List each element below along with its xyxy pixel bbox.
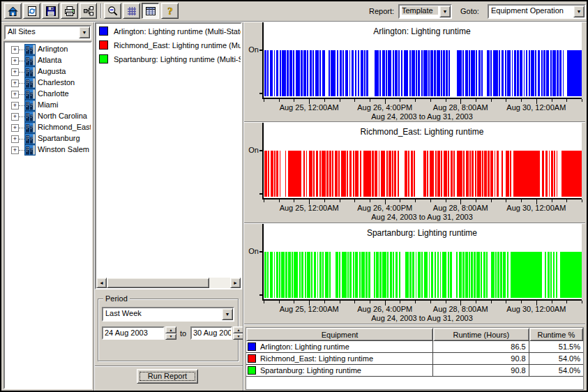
x-tick-label: Aug 30, 12:00AM [506, 204, 566, 212]
tree-expand-icon[interactable]: + [11, 46, 19, 54]
on-interval-bar [288, 252, 291, 298]
on-interval-bar [338, 151, 340, 197]
legend-horizontal-scrollbar[interactable]: ◄ ► [96, 278, 241, 288]
scroll-left-icon[interactable]: ◄ [96, 278, 107, 288]
column-header-runtime-hours-[interactable]: Runtime (Hours) [433, 328, 529, 341]
tree-item-atlanta[interactable]: +Atlanta [5, 55, 91, 66]
table-row[interactable]: Arlington: Lighting runtime86.551.5% [246, 341, 583, 353]
report-combobox-arrow-icon[interactable]: ▼ [439, 6, 451, 17]
on-interval-bar [491, 252, 494, 298]
x-tick [264, 301, 264, 303]
x-tick-label: Aug 26, 4:00PM [357, 305, 412, 313]
on-interval-bar [337, 50, 338, 96]
tree-item-richmond-east[interactable]: +Richmond_East [5, 122, 91, 133]
tree-view-button[interactable] [80, 3, 97, 19]
print-button[interactable] [61, 3, 78, 19]
table-row[interactable]: Richmond_East: Lighting runtime90.854.0% [246, 353, 583, 365]
legend-item[interactable]: Arlington: Lighting runtime (Multi-State… [99, 26, 241, 38]
tree-expand-icon[interactable]: + [11, 135, 19, 143]
x-tick [552, 199, 552, 202]
tree-item-spartanburg[interactable]: +Spartanburg [5, 133, 91, 144]
on-interval-bar [429, 252, 430, 298]
tree-expand-icon[interactable]: + [11, 124, 19, 132]
tree-item-augusta[interactable]: +Augusta [5, 66, 91, 77]
tree-expand-icon[interactable]: + [11, 146, 19, 154]
start-date-field[interactable]: 24 Aug 2003 [102, 326, 165, 340]
on-interval-bar [421, 50, 423, 96]
scrollbar-thumb[interactable] [107, 278, 209, 288]
on-interval-bar [390, 252, 392, 298]
x-tick [582, 99, 582, 102]
equipment-cell: Richmond_East: Lighting runtime [246, 353, 433, 364]
save-button[interactable] [42, 3, 59, 19]
x-tick [354, 301, 355, 303]
run-report-button[interactable]: Run Report [137, 369, 198, 384]
legend-item[interactable]: Spartanburg: Lighting runtime (Multi-Sta [99, 54, 241, 66]
on-interval-bar [267, 252, 269, 298]
tree-expand-icon[interactable]: + [11, 91, 19, 98]
site-filter-combobox[interactable]: All Sites ▼ [4, 25, 91, 40]
on-interval-bar [495, 151, 496, 197]
on-interval-bar [285, 151, 287, 197]
on-interval-bar [474, 252, 475, 298]
end-date-field[interactable]: 30 Aug 2003 [190, 326, 232, 340]
on-interval-bar [331, 50, 336, 96]
on-interval-bar [341, 151, 346, 197]
x-tick [400, 199, 400, 202]
building-icon [24, 111, 36, 122]
on-interval-bar [336, 252, 338, 298]
building-icon [24, 55, 36, 66]
on-interval-bar [469, 151, 471, 197]
tree-connector [19, 61, 24, 61]
help-icon: ? [165, 6, 176, 17]
report-combobox[interactable]: Template ▼ [398, 4, 452, 19]
on-interval-bar [541, 50, 543, 96]
on-interval-bar [457, 151, 462, 197]
tree-item-charlotte[interactable]: +Charlotte [5, 89, 91, 100]
table-row[interactable]: Spartanburg: Lighting runtime90.854.0% [246, 365, 583, 377]
tree-expand-icon[interactable]: + [11, 80, 19, 87]
refresh-button[interactable] [23, 3, 40, 19]
grid-button[interactable] [123, 3, 140, 19]
home-button[interactable] [4, 3, 22, 19]
table-button[interactable] [142, 3, 159, 19]
tree-expand-icon[interactable]: + [11, 68, 19, 76]
on-interval-bar [409, 50, 411, 96]
x-tick [506, 301, 506, 303]
tree-expand-icon[interactable]: + [11, 113, 19, 121]
goto-combobox-arrow-icon[interactable]: ▼ [573, 6, 585, 17]
tree-item-miami[interactable]: +Miami [5, 100, 91, 111]
on-interval-bar [414, 151, 415, 197]
on-interval-bar [443, 50, 445, 96]
x-tick [279, 99, 280, 102]
x-tick-label: Aug 28, 8:00AM [433, 305, 488, 313]
tree-expand-icon[interactable]: + [11, 102, 19, 110]
on-interval-bar [374, 252, 375, 298]
tree-item-winston-salem[interactable]: +Winston Salem [5, 144, 91, 156]
column-header-equipment[interactable]: Equipment [246, 328, 433, 341]
to-label: to [180, 329, 186, 338]
start-date-spinner[interactable]: ▲ ▼ [165, 326, 176, 340]
tree-item-label: Arlington [38, 45, 68, 53]
period-preset-combobox[interactable]: Last Week ▼ [102, 307, 234, 322]
site-filter-arrow-icon[interactable]: ▼ [79, 27, 90, 38]
tree-connector [19, 50, 24, 50]
on-interval-bar [552, 50, 556, 96]
scroll-right-icon[interactable]: ► [230, 278, 241, 288]
start-date-down-icon[interactable]: ▼ [165, 333, 176, 340]
legend-item[interactable]: Richmond_East: Lighting runtime (Multi- [99, 40, 241, 52]
tree-item-north-carolina[interactable]: +North Carolina [5, 111, 91, 122]
tree-expand-icon[interactable]: + [11, 57, 19, 65]
tree-item-arlington[interactable]: +Arlington [5, 44, 91, 55]
period-preset-arrow-icon[interactable]: ▼ [222, 308, 233, 320]
x-tick [476, 199, 476, 202]
start-date-up-icon[interactable]: ▲ [165, 326, 176, 333]
column-header-runtime-[interactable]: Runtime % [529, 328, 583, 341]
on-interval-bar [543, 50, 545, 96]
zoom-button[interactable] [104, 3, 121, 19]
tree-item-charleston[interactable]: +Charleston [5, 77, 91, 89]
help-button[interactable]: ? [161, 3, 179, 19]
on-interval-bar [424, 252, 428, 298]
on-interval-bar [268, 151, 269, 197]
goto-combobox[interactable]: Equipment Operation ▼ [488, 4, 586, 19]
